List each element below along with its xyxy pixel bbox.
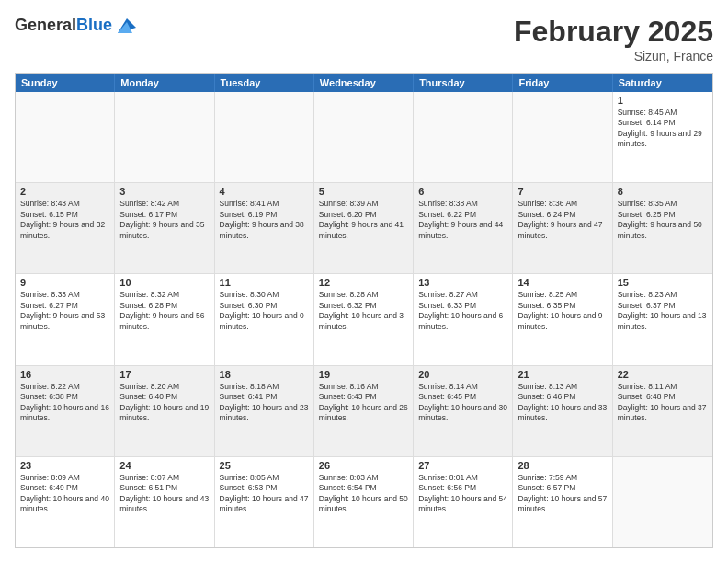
calendar-cell-r1-c5: 7Sunrise: 8:36 AM Sunset: 6:24 PM Daylig…	[513, 183, 612, 273]
calendar-cell-r1-c6: 8Sunrise: 8:35 AM Sunset: 6:25 PM Daylig…	[613, 183, 712, 273]
cell-info: Sunrise: 8:01 AM Sunset: 6:56 PM Dayligh…	[418, 473, 507, 515]
cell-info: Sunrise: 8:43 AM Sunset: 6:15 PM Dayligh…	[20, 199, 109, 241]
calendar-cell-r2-c2: 11Sunrise: 8:30 AM Sunset: 6:30 PM Dayli…	[215, 274, 314, 364]
calendar-row-0: 1Sunrise: 8:45 AM Sunset: 6:14 PM Daylig…	[16, 92, 712, 183]
cell-info: Sunrise: 8:11 AM Sunset: 6:48 PM Dayligh…	[618, 382, 708, 424]
logo-general: General	[15, 16, 76, 34]
day-number: 4	[220, 186, 309, 197]
cell-info: Sunrise: 8:20 AM Sunset: 6:40 PM Dayligh…	[119, 382, 209, 424]
day-number: 20	[418, 369, 507, 380]
calendar-cell-r1-c2: 4Sunrise: 8:41 AM Sunset: 6:19 PM Daylig…	[215, 183, 314, 273]
logo-blue: Blue	[76, 16, 112, 34]
day-number: 15	[618, 277, 708, 288]
calendar-cell-r0-c6: 1Sunrise: 8:45 AM Sunset: 6:14 PM Daylig…	[613, 92, 712, 182]
calendar-cell-r2-c0: 9Sunrise: 8:33 AM Sunset: 6:27 PM Daylig…	[16, 274, 115, 364]
calendar-cell-r4-c4: 27Sunrise: 8:01 AM Sunset: 6:56 PM Dayli…	[414, 457, 513, 547]
day-number: 23	[20, 460, 109, 471]
calendar-row-4: 23Sunrise: 8:09 AM Sunset: 6:49 PM Dayli…	[16, 457, 712, 547]
day-number: 19	[319, 369, 408, 380]
calendar-cell-r3-c5: 21Sunrise: 8:13 AM Sunset: 6:46 PM Dayli…	[513, 366, 612, 456]
title-block: February 2025 Sizun, France	[514, 15, 713, 63]
page: GeneralBlue February 2025 Sizun, France …	[0, 0, 728, 563]
calendar-cell-r3-c4: 20Sunrise: 8:14 AM Sunset: 6:45 PM Dayli…	[414, 366, 513, 456]
calendar-cell-r4-c1: 24Sunrise: 8:07 AM Sunset: 6:51 PM Dayli…	[115, 457, 214, 547]
calendar-cell-r2-c3: 12Sunrise: 8:28 AM Sunset: 6:32 PM Dayli…	[314, 274, 414, 364]
cell-info: Sunrise: 8:27 AM Sunset: 6:33 PM Dayligh…	[418, 290, 507, 332]
day-number: 28	[518, 460, 607, 471]
calendar-cell-r0-c0	[16, 92, 115, 182]
cell-info: Sunrise: 8:16 AM Sunset: 6:43 PM Dayligh…	[319, 382, 408, 424]
day-number: 3	[119, 186, 209, 197]
calendar-cell-r1-c1: 3Sunrise: 8:42 AM Sunset: 6:17 PM Daylig…	[115, 183, 214, 273]
day-number: 27	[418, 460, 507, 471]
day-number: 17	[119, 369, 209, 380]
cell-info: Sunrise: 8:36 AM Sunset: 6:24 PM Dayligh…	[518, 199, 607, 241]
day-number: 21	[518, 369, 607, 380]
calendar-cell-r3-c0: 16Sunrise: 8:22 AM Sunset: 6:38 PM Dayli…	[16, 366, 115, 456]
calendar-cell-r0-c3	[314, 92, 414, 182]
cell-info: Sunrise: 8:22 AM Sunset: 6:38 PM Dayligh…	[20, 382, 109, 424]
calendar-header: SundayMondayTuesdayWednesdayThursdayFrid…	[16, 74, 712, 92]
day-number: 9	[20, 277, 109, 288]
day-number: 24	[119, 460, 209, 471]
calendar-cell-r3-c1: 17Sunrise: 8:20 AM Sunset: 6:40 PM Dayli…	[115, 366, 214, 456]
day-number: 25	[220, 460, 309, 471]
cell-info: Sunrise: 8:05 AM Sunset: 6:53 PM Dayligh…	[220, 473, 309, 515]
calendar-cell-r4-c2: 25Sunrise: 8:05 AM Sunset: 6:53 PM Dayli…	[215, 457, 314, 547]
cell-info: Sunrise: 8:03 AM Sunset: 6:54 PM Dayligh…	[319, 473, 408, 515]
calendar-cell-r3-c3: 19Sunrise: 8:16 AM Sunset: 6:43 PM Dayli…	[314, 366, 414, 456]
cell-info: Sunrise: 8:33 AM Sunset: 6:27 PM Dayligh…	[20, 290, 109, 332]
location: Sizun, France	[514, 49, 713, 63]
cell-info: Sunrise: 8:07 AM Sunset: 6:51 PM Dayligh…	[119, 473, 209, 515]
month-title: February 2025	[514, 15, 713, 49]
day-number: 1	[618, 95, 708, 106]
weekday-header-sunday: Sunday	[16, 74, 115, 92]
day-number: 13	[418, 277, 507, 288]
cell-info: Sunrise: 8:18 AM Sunset: 6:41 PM Dayligh…	[220, 382, 309, 424]
cell-info: Sunrise: 8:23 AM Sunset: 6:37 PM Dayligh…	[618, 290, 708, 332]
calendar-cell-r4-c5: 28Sunrise: 7:59 AM Sunset: 6:57 PM Dayli…	[513, 457, 612, 547]
calendar-cell-r0-c1	[115, 92, 214, 182]
day-number: 14	[518, 277, 607, 288]
day-number: 6	[418, 186, 507, 197]
calendar-cell-r4-c3: 26Sunrise: 8:03 AM Sunset: 6:54 PM Dayli…	[314, 457, 414, 547]
day-number: 10	[119, 277, 209, 288]
cell-info: Sunrise: 8:39 AM Sunset: 6:20 PM Dayligh…	[319, 199, 408, 241]
cell-info: Sunrise: 8:35 AM Sunset: 6:25 PM Dayligh…	[618, 199, 708, 241]
cell-info: Sunrise: 8:09 AM Sunset: 6:49 PM Dayligh…	[20, 473, 109, 515]
cell-info: Sunrise: 8:45 AM Sunset: 6:14 PM Dayligh…	[618, 108, 708, 150]
calendar-cell-r0-c2	[215, 92, 314, 182]
cell-info: Sunrise: 8:28 AM Sunset: 6:32 PM Dayligh…	[319, 290, 408, 332]
calendar-row-2: 9Sunrise: 8:33 AM Sunset: 6:27 PM Daylig…	[16, 274, 712, 365]
logo-icon	[114, 15, 136, 37]
cell-info: Sunrise: 8:41 AM Sunset: 6:19 PM Dayligh…	[220, 199, 309, 241]
cell-info: Sunrise: 8:32 AM Sunset: 6:28 PM Dayligh…	[119, 290, 209, 332]
cell-info: Sunrise: 8:38 AM Sunset: 6:22 PM Dayligh…	[418, 199, 507, 241]
day-number: 18	[220, 369, 309, 380]
day-number: 8	[618, 186, 708, 197]
day-number: 5	[319, 186, 408, 197]
weekday-header-saturday: Saturday	[613, 74, 712, 92]
cell-info: Sunrise: 8:25 AM Sunset: 6:35 PM Dayligh…	[518, 290, 607, 332]
calendar-cell-r2-c5: 14Sunrise: 8:25 AM Sunset: 6:35 PM Dayli…	[513, 274, 612, 364]
cell-info: Sunrise: 8:30 AM Sunset: 6:30 PM Dayligh…	[220, 290, 309, 332]
day-number: 2	[20, 186, 109, 197]
calendar-row-3: 16Sunrise: 8:22 AM Sunset: 6:38 PM Dayli…	[16, 366, 712, 457]
calendar-cell-r1-c0: 2Sunrise: 8:43 AM Sunset: 6:15 PM Daylig…	[16, 183, 115, 273]
calendar-cell-r3-c6: 22Sunrise: 8:11 AM Sunset: 6:48 PM Dayli…	[613, 366, 712, 456]
calendar-body: 1Sunrise: 8:45 AM Sunset: 6:14 PM Daylig…	[16, 92, 712, 547]
weekday-header-friday: Friday	[513, 74, 612, 92]
weekday-header-thursday: Thursday	[414, 74, 513, 92]
calendar-row-1: 2Sunrise: 8:43 AM Sunset: 6:15 PM Daylig…	[16, 183, 712, 274]
calendar-cell-r2-c6: 15Sunrise: 8:23 AM Sunset: 6:37 PM Dayli…	[613, 274, 712, 364]
calendar: SundayMondayTuesdayWednesdayThursdayFrid…	[15, 73, 713, 548]
day-number: 16	[20, 369, 109, 380]
logo: GeneralBlue	[15, 15, 136, 37]
day-number: 11	[220, 277, 309, 288]
cell-info: Sunrise: 8:13 AM Sunset: 6:46 PM Dayligh…	[518, 382, 607, 424]
logo-text: GeneralBlue	[15, 17, 112, 35]
calendar-cell-r0-c5	[513, 92, 612, 182]
calendar-cell-r2-c4: 13Sunrise: 8:27 AM Sunset: 6:33 PM Dayli…	[414, 274, 513, 364]
calendar-cell-r1-c4: 6Sunrise: 8:38 AM Sunset: 6:22 PM Daylig…	[414, 183, 513, 273]
header: GeneralBlue February 2025 Sizun, France	[15, 15, 713, 63]
